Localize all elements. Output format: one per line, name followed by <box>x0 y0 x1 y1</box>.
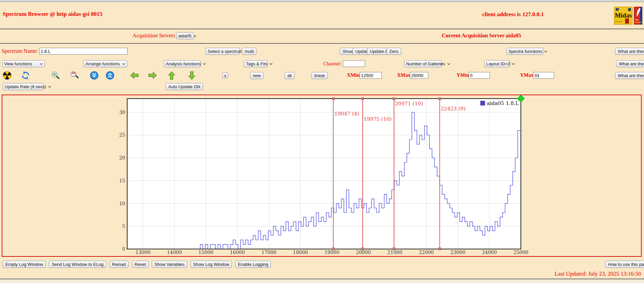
auto-update-button[interactable]: Auto Update ON <box>166 83 203 90</box>
zoom-in-icon[interactable] <box>51 71 60 81</box>
all-button[interactable]: all <box>285 72 294 79</box>
view-functions-value: View functions <box>4 61 32 66</box>
svg-text:13000: 13000 <box>136 250 151 255</box>
analysis-functions-dropdown[interactable]: Analysis functions <box>164 60 201 67</box>
galleries-value: Number of Galleries <box>406 61 445 66</box>
spectrum-name-input[interactable] <box>39 48 128 55</box>
icon-toolbar: x new all linear XMin XMax YMin YMax Wha… <box>0 70 644 82</box>
arrow-right-icon[interactable] <box>148 71 157 81</box>
what-are-these-button-1[interactable]: What are these? <box>615 48 644 55</box>
tags-fits-value: Tags & Fits <box>246 61 267 66</box>
midas-logo-text: Midas <box>614 12 632 19</box>
number-of-galleries-dropdown[interactable]: Number of Galleries <box>404 60 442 67</box>
svg-text:30: 30 <box>119 110 125 115</box>
ymax-input[interactable] <box>533 72 554 79</box>
spectrum-chart[interactable]: 19047 (4)19975 (10)20971 (10)22423 (9)13… <box>2 95 640 255</box>
ymin-input[interactable] <box>469 72 490 79</box>
svg-text:22423 (9): 22423 (9) <box>441 106 466 112</box>
zero-button[interactable]: Zero <box>387 48 401 55</box>
svg-text:15000: 15000 <box>199 250 214 255</box>
spectrum-row: Spectrum Name: Select a spectrum multi S… <box>0 44 644 59</box>
midas-logo-badge <box>625 19 629 24</box>
header: Spectrum Browser @ http aidas-gsi 8015 c… <box>0 2 644 29</box>
chevron-down-icon <box>270 63 273 65</box>
layout-id-dropdown[interactable]: Layout ID=3 <box>484 60 510 67</box>
enable-logging-button[interactable]: Enable Logging <box>235 261 271 268</box>
tcl-logo-text: TCL <box>635 19 639 21</box>
select-spectrum-dropdown[interactable]: Select a spectrum <box>206 48 240 55</box>
svg-text:18000: 18000 <box>293 250 308 255</box>
new-button[interactable]: new <box>250 72 263 79</box>
reset-button[interactable]: Reset <box>132 261 149 268</box>
chevron-down-icon <box>40 63 43 65</box>
svg-text:22000: 22000 <box>419 250 434 255</box>
show-variables-button[interactable]: Show Variables <box>152 261 187 268</box>
what-are-these-button-3[interactable]: What are these? <box>615 72 644 79</box>
arrow-up-icon[interactable] <box>167 71 176 81</box>
svg-text:17000: 17000 <box>261 250 277 255</box>
svg-text:5: 5 <box>122 223 125 229</box>
refresh-icon[interactable] <box>21 71 30 81</box>
midas-logo[interactable]: Midas powered by <box>614 7 633 25</box>
update-rate-dropdown[interactable]: Update Rate (8 secs) <box>3 83 43 90</box>
tcl-logo-sub: POWERED <box>635 22 642 23</box>
xmin-label: XMin <box>347 72 360 78</box>
channel-input[interactable] <box>343 60 365 67</box>
spectra-functions-dropdown[interactable]: Spectra functions <box>506 48 543 55</box>
tags-fits-dropdown[interactable]: Tags & Fits <box>244 60 268 67</box>
chevron-down-icon <box>203 63 206 65</box>
svg-text:19000: 19000 <box>324 250 339 255</box>
zoom-out-icon[interactable] <box>70 71 79 81</box>
bottom-strip <box>0 279 644 282</box>
empty-log-window-button[interactable]: Empty Log Window <box>3 261 46 268</box>
what-are-these-button-2[interactable]: What are these? <box>616 60 644 67</box>
how-to-use-button[interactable]: How to use this page <box>605 261 644 268</box>
xmax-input[interactable] <box>410 72 428 79</box>
svg-text:19975 (10): 19975 (10) <box>364 116 392 122</box>
update-rate-value: Update Rate (8 secs) <box>5 84 46 89</box>
svg-text:21000: 21000 <box>387 250 402 255</box>
chevron-down-icon <box>193 35 196 37</box>
chevron-down-icon <box>48 86 51 88</box>
chevron-down-icon <box>544 50 547 52</box>
arrow-left-icon[interactable] <box>130 71 139 81</box>
unfold-vertical-icon[interactable] <box>106 71 114 81</box>
arrange-functions-value: Arrange functions <box>85 61 120 66</box>
acquisition-row: Acquisition Servers aida05 Current Acqui… <box>0 29 644 43</box>
radiation-icon[interactable] <box>3 71 11 81</box>
page-title: Spectrum Browser @ http aidas-gsi 8015 <box>3 11 102 17</box>
chart-frame: 19047 (4)19975 (10)20971 (10)22423 (9)13… <box>2 95 642 257</box>
linear-button[interactable]: linear <box>312 72 328 79</box>
svg-text:25: 25 <box>119 132 125 138</box>
xmin-input[interactable] <box>360 72 382 79</box>
svg-text:20000: 20000 <box>356 250 371 255</box>
svg-text:24000: 24000 <box>482 250 497 255</box>
chevron-down-icon <box>447 63 450 65</box>
channel-label: Channel: <box>323 61 342 67</box>
fold-vertical-icon[interactable] <box>90 71 99 81</box>
svg-text:20: 20 <box>119 155 125 161</box>
chevron-down-icon <box>512 63 515 65</box>
show-log-window-button[interactable]: Show Log Window <box>190 261 232 268</box>
midas-logo-ornament <box>628 8 631 11</box>
arrange-functions-dropdown[interactable]: Arrange functions <box>83 60 127 67</box>
x-button[interactable]: x <box>222 72 228 78</box>
send-log-to-elog-button[interactable]: Send Log Window to ELog <box>49 261 106 268</box>
svg-text:10: 10 <box>119 201 125 206</box>
svg-text:14000: 14000 <box>167 250 182 255</box>
acquisition-server-select[interactable]: aida05 <box>176 32 194 39</box>
xmax-label: XMax <box>397 72 410 78</box>
midas-logo-sub: powered by <box>615 21 622 22</box>
ymin-label: YMin <box>457 72 469 78</box>
ymax-label: YMax <box>520 72 534 78</box>
svg-text:23000: 23000 <box>451 250 466 255</box>
feather-icon <box>635 8 642 18</box>
tcl-powered-logo[interactable]: TCL POWERED <box>634 7 642 25</box>
arrow-down-icon[interactable] <box>187 71 196 81</box>
chevron-down-icon <box>122 63 125 65</box>
multi-button[interactable]: multi <box>242 48 256 55</box>
view-functions-dropdown[interactable]: View functions <box>2 60 45 67</box>
client-address: client address is 127.0.0.1 <box>482 11 544 18</box>
spectrum-name-label: Spectrum Name: <box>2 48 38 54</box>
reload-button[interactable]: Reload <box>109 261 129 268</box>
